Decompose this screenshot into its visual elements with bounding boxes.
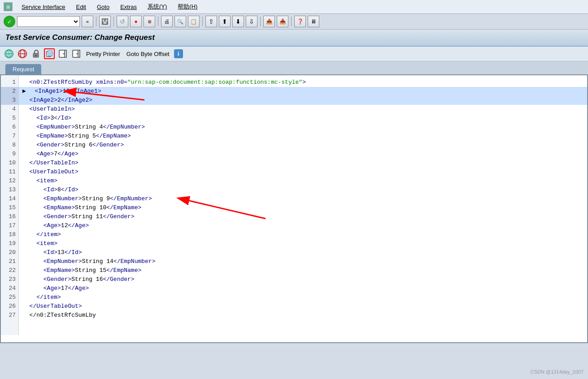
export-file-icon[interactable] [71,48,82,59]
line-num-11: 11 [1,168,18,177]
info-icon[interactable]: i [174,49,183,58]
page-header: Test Service Consumer: Change Request [0,30,588,47]
line-content-2: <InAge1>10</InAge1> [28,87,101,96]
refresh-btn[interactable]: ↺ [117,16,128,27]
code-line-27: </n0:ZTestRfcSumLby [19,311,587,320]
line-num-6: 6 [1,123,18,132]
line-num-7: 7 [1,132,18,141]
screen-btn[interactable]: 🖥 [308,16,319,27]
line-content-17: <Age>12</Age> [22,221,89,230]
copy-highlighted-icon[interactable] [44,48,55,59]
line-num-24: 24 [1,284,18,293]
code-editor: 1234567891011121314151617181920212223242… [1,75,587,335]
down-btn[interactable]: ⬇ [232,16,244,27]
pretty-printer-button[interactable]: Pretty Printer [84,50,122,58]
line-content-27: </n0:ZTestRfcSumLby [22,311,96,320]
code-line-4: <UserTableIn> [19,105,587,114]
code-line-16: <Gender>String 11</Gender> [19,212,587,221]
line-content-12: <item> [22,177,57,185]
code-line-21: <EmpNumber>String 14</EmpNumber> [19,257,587,266]
code-line-14: <EmpNumber>String 9</EmpNumber> [19,194,587,203]
import-file-icon[interactable] [57,48,68,59]
find2-btn[interactable]: 📋 [188,16,200,27]
menu-help[interactable]: 帮助(H) [176,2,199,12]
menu-extras[interactable]: Extras [118,3,139,11]
import-btn[interactable]: 📥 [277,16,288,27]
line-num-16: 16 [1,212,18,221]
code-line-3: <InAge2>2</InAge2> [19,96,587,105]
menu-goto[interactable]: Goto [95,3,111,11]
line-content-14: <EmpNumber>String 9</EmpNumber> [22,194,152,203]
print-btn[interactable]: 🖨 [161,16,173,27]
content-area: 1234567891011121314151617181920212223242… [0,74,588,343]
line-content-11: <UserTableOut> [22,168,78,177]
code-line-18: </item> [19,230,587,239]
line-num-19: 19 [1,239,18,248]
nav-back-btn[interactable]: « [82,16,93,27]
code-line-23: <Gender>String 16</Gender> [19,275,587,284]
find-btn[interactable]: 🔍 [174,16,186,27]
line-content-21: <EmpNumber>String 14</EmpNumber> [22,257,155,266]
line-numbers: 1234567891011121314151617181920212223242… [1,75,19,335]
line-content-22: <EmpName>String 15</EmpName> [22,266,141,275]
command-dropdown[interactable] [17,16,80,27]
line-content-10: </UserTableIn> [22,159,78,168]
export-btn[interactable]: 📤 [263,16,275,27]
sep4 [202,17,203,26]
code-line-25: </item> [19,293,587,302]
line-content-19: <item> [22,239,57,248]
sep1 [96,17,96,26]
line-num-13: 13 [1,185,18,194]
line-num-22: 22 [1,266,18,275]
goto-byte-offset-button[interactable]: Goto Byte Offset [125,50,171,58]
down2-btn[interactable]: ⇩ [246,16,257,27]
code-line-20: <Id>13</Id> [19,248,587,257]
menu-service-interface[interactable]: Service Interface [20,3,67,11]
line-content-26: </UserTableOut> [22,302,82,311]
check-icon[interactable]: ✓ [4,16,15,27]
line-marker-2: ▶ [22,87,26,96]
lock-icon[interactable] [30,48,41,59]
up2-btn[interactable]: ⬆ [219,16,231,27]
line-content-23: <Gender>String 16</Gender> [22,275,135,284]
line-content-9: <Age>7</Age> [22,150,78,159]
code-line-19: <item> [19,239,587,248]
action-bar: Pretty Printer Goto Byte Offset i [0,47,588,61]
line-num-8: 8 [1,141,18,150]
code-line-6: <EmpNumber>String 4</EmpNumber> [19,123,587,132]
svg-point-11 [35,55,37,56]
svg-rect-1 [104,19,106,21]
code-line-2: ▶ <InAge1>10</InAge1> [19,87,587,96]
code-line-5: <Id>3</Id> [19,114,587,123]
line-num-10: 10 [1,159,18,168]
stop2-btn[interactable]: ⊗ [144,16,155,27]
line-content-25: </item> [22,293,61,302]
menu-edit[interactable]: Edit [74,3,88,11]
line-content-6: <EmpNumber>String 4</EmpNumber> [22,123,145,132]
up-btn[interactable]: ⇧ [205,16,217,27]
code-lines[interactable]: <n0:ZTestRfcSumLby xmlns:n0="urn:sap-com… [19,75,587,335]
save-btn[interactable] [99,16,111,27]
globe-green-icon[interactable] [4,48,14,59]
line-content-7: <EmpName>String 5</EmpName> [22,132,131,141]
line-num-9: 9 [1,150,18,159]
line-num-27: 27 [1,311,18,320]
code-line-1: <n0:ZTestRfcSumLby xmlns:n0="urn:sap-com… [19,78,587,87]
globe-red-icon[interactable] [17,48,28,59]
code-line-22: <EmpName>String 15</EmpName> [19,266,587,275]
line-num-17: 17 [1,221,18,230]
sep2 [113,17,114,26]
line-num-1: 1 [1,78,18,87]
line-num-25: 25 [1,293,18,302]
stop-btn[interactable]: ● [130,16,142,27]
line-num-26: 26 [1,302,18,311]
line-content-1: <n0:ZTestRfcSumLby xmlns:n0="urn:sap-com… [22,78,306,87]
line-content-13: <Id>8</Id> [22,185,78,194]
tab-request[interactable]: Request [5,64,41,74]
line-num-21: 21 [1,257,18,266]
menu-system[interactable]: 系统(Y) [146,2,169,12]
help-btn[interactable]: ❓ [294,16,306,27]
line-num-23: 23 [1,275,18,284]
line-num-18: 18 [1,230,18,239]
code-line-12: <item> [19,177,587,185]
